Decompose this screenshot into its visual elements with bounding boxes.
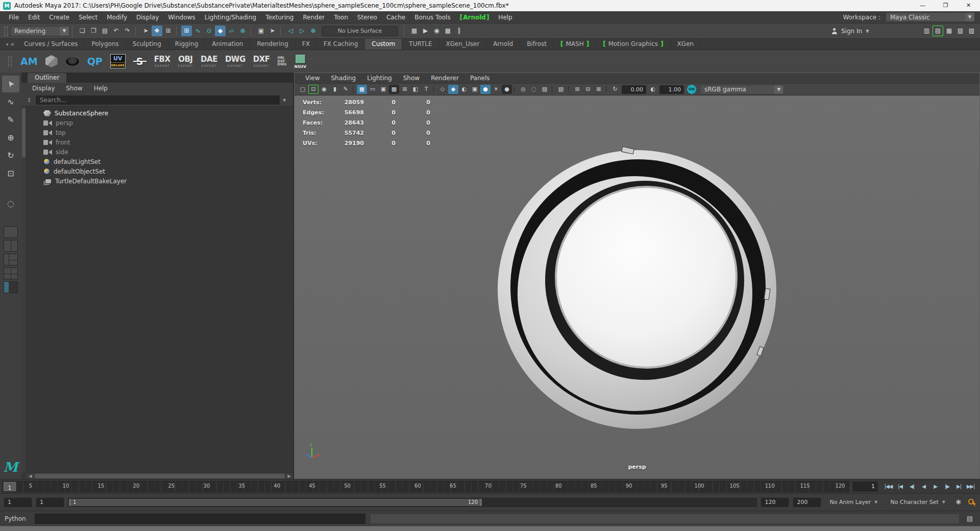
select-hierarchy-icon[interactable]: ➤ — [140, 26, 151, 36]
character-set-select[interactable]: No Character Set ▼ — [886, 497, 950, 508]
shelf-item-obj-export[interactable]: OBJ EXPORT — [178, 56, 193, 67]
shelf-tab[interactable]: Motion Graphics — [596, 39, 670, 50]
animation-end-field[interactable]: 200 — [793, 497, 821, 508]
select-tool[interactable]: ➤ — [2, 76, 19, 92]
menu-item[interactable]: Stereo — [353, 14, 382, 21]
make-live-icon[interactable]: ⊕ — [237, 26, 248, 36]
time-slider[interactable]: 1 51015202530354045505560657075808590951… — [2, 481, 849, 492]
outliner-item[interactable]: side — [27, 147, 293, 157]
input-connections-icon[interactable]: ◁ — [285, 26, 296, 36]
toggle-tool-settings-icon[interactable]: ▧ — [955, 26, 966, 36]
film-gate-icon[interactable]: ▭ — [368, 85, 378, 94]
outliner-tab[interactable]: Outliner — [28, 73, 66, 83]
drag-grip[interactable] — [4, 26, 8, 36]
shelf-tab[interactable]: Custom — [365, 39, 402, 50]
animation-start-field[interactable]: 1 — [4, 497, 32, 508]
paint-select-tool[interactable]: ✎ — [2, 111, 19, 128]
go-to-playback-end-button[interactable]: ▶▶| — [965, 481, 976, 492]
layout-outliner-persp-button[interactable] — [4, 281, 18, 293]
chevron-down-icon[interactable]: ▼ — [283, 98, 289, 103]
viewport-canvas[interactable]: Verts: 28059 0 0 Edges: 56698 0 0 — [295, 95, 979, 478]
outliner-item[interactable]: top — [27, 128, 293, 137]
range-slider-bar[interactable]: 1 120 — [69, 499, 482, 506]
scrollbar-thumb[interactable] — [35, 474, 285, 478]
shelf-item-nsuv[interactable]: NSUV — [294, 54, 306, 69]
shelf-item-substance-icon[interactable]: S — [133, 55, 146, 68]
image-plane-icon[interactable]: ⊞ — [572, 85, 582, 94]
viewport-icon[interactable] — [433, 86, 435, 93]
shelf-menu-icon[interactable]: ≡ — [11, 42, 15, 47]
menu-item[interactable]: Help — [494, 14, 517, 21]
shelf-tab[interactable]: TURTLE — [402, 39, 439, 50]
playback-start-field[interactable]: 1 — [36, 497, 64, 508]
shelf-tab[interactable]: Bifrost — [520, 39, 554, 50]
chevron-down-icon[interactable]: ▾ — [6, 42, 9, 47]
exposure-icon[interactable]: ↻ — [610, 85, 620, 94]
shelf-tab[interactable]: Rendering — [250, 39, 295, 50]
viewport-icon[interactable] — [568, 86, 570, 93]
shelf-item-torus-icon[interactable] — [65, 57, 80, 66]
textured-shaded-icon[interactable]: ● — [480, 85, 491, 94]
outliner-menu-item[interactable]: Display — [27, 85, 60, 92]
menu-item[interactable]: Bonus Tools — [410, 14, 455, 21]
drag-grip[interactable] — [8, 56, 12, 66]
shelf-tab[interactable]: Curves / Surfaces — [17, 39, 85, 50]
toggle-attribute-editor-icon[interactable]: ▦ — [944, 26, 954, 36]
horizontal-scrollbar[interactable]: ◀ ▶ — [27, 472, 293, 479]
toggle-channel-box-icon[interactable]: ▨ — [966, 26, 977, 36]
menu-item[interactable]: Cache — [382, 14, 410, 21]
workspace-select[interactable]: Maya Classic ▼ — [886, 12, 975, 22]
scale-tool[interactable]: ⊡ — [2, 165, 19, 182]
shelf-tab[interactable]: Sculpting — [126, 39, 168, 50]
highlight-selection-icon[interactable]: ➤ — [267, 26, 278, 36]
layout-single-pane-button[interactable] — [4, 226, 18, 238]
menu-item[interactable]: Arnold — [455, 14, 494, 21]
lasso-select-tool[interactable]: ∿ — [2, 93, 19, 110]
menu-item[interactable]: File — [4, 14, 23, 21]
menu-item[interactable]: Display — [132, 14, 163, 21]
safe-action-icon[interactable]: ◧ — [410, 85, 421, 94]
animation-preferences-icon[interactable]: ✱ — [953, 498, 964, 506]
exposure-field[interactable]: 0.00 — [622, 85, 646, 94]
shelf-tab-controls[interactable]: ▾≡ — [3, 39, 17, 50]
gate-mask-icon[interactable]: ▩ — [389, 85, 399, 94]
last-tool-slot[interactable]: ◌ — [2, 195, 19, 212]
outliner-item[interactable]: TurtleDefaultBakeLayer — [27, 176, 293, 186]
shelf-tab[interactable]: MASH — [554, 39, 596, 50]
chevron-down-icon[interactable]: ▼ — [965, 13, 974, 21]
shelf-item-cube-icon[interactable] — [45, 55, 58, 67]
menu-item[interactable]: Select — [74, 14, 102, 21]
shelf-tab[interactable]: Polygons — [85, 39, 126, 50]
outliner-item[interactable]: SubstanceSphere — [27, 108, 293, 118]
filter-icon[interactable]: ↕ — [26, 97, 33, 104]
minimize-button[interactable]: — — [911, 0, 934, 11]
viewport-icon[interactable] — [353, 86, 355, 93]
outliner-item[interactable]: persp — [27, 118, 293, 128]
search-input[interactable]: Search... — [36, 95, 280, 105]
construction-history-icon[interactable]: ⊗ — [308, 26, 318, 36]
auto-keyframe-icon[interactable] — [967, 498, 976, 507]
scroll-right-icon[interactable]: ▶ — [285, 474, 293, 478]
motion-blur-icon[interactable]: ◌ — [529, 85, 539, 94]
status-icon[interactable] — [176, 27, 179, 36]
menu-set-select[interactable]: Rendering ▼ — [11, 26, 69, 36]
layout-four-pane-button[interactable] — [4, 268, 18, 279]
textured-icon[interactable]: ▣ — [470, 85, 480, 94]
field-chart-icon[interactable]: ⊞ — [400, 85, 410, 94]
shelf-item-uv-deluxe[interactable]: UV DELUXE — [110, 54, 126, 68]
maximize-button[interactable]: ❐ — [934, 0, 957, 11]
shelf-tab[interactable]: Rigging — [168, 39, 205, 50]
contrast-field[interactable]: 1.00 — [659, 85, 684, 94]
status-icon[interactable] — [135, 27, 138, 36]
select-component-icon[interactable]: ⊞ — [163, 26, 174, 36]
menu-item[interactable]: Toon — [329, 14, 353, 21]
menu-item[interactable]: Edit — [23, 14, 44, 21]
viewport-menu-item[interactable]: View — [300, 75, 325, 82]
viewport-menu-item[interactable]: Lighting — [361, 75, 398, 82]
snap-grid-icon[interactable]: ⊞ — [181, 26, 192, 36]
snap-curve-icon[interactable]: ∿ — [192, 26, 203, 36]
move-tool[interactable]: ⊕ — [2, 129, 19, 146]
menu-item[interactable]: Lighting/Shading — [200, 14, 261, 21]
scroll-left-icon[interactable]: ◀ — [27, 474, 34, 478]
grease-pencil-icon[interactable]: ✎ — [340, 85, 351, 94]
